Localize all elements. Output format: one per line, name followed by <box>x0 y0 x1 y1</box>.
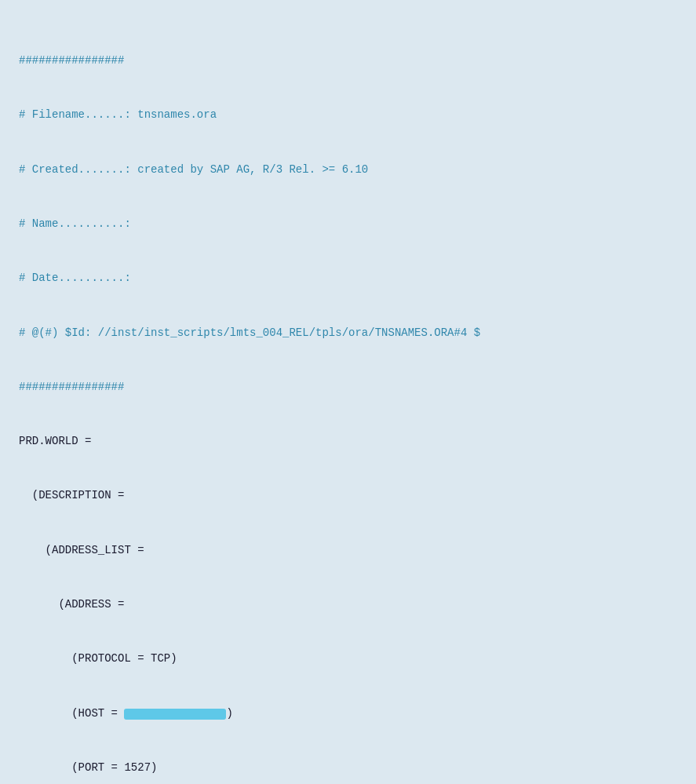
tnsnames-content: ################ # Filename......: tnsna… <box>19 16 677 784</box>
line-id: # @(#) $Id: //inst/inst_scripts/lmts_004… <box>19 324 677 342</box>
host1-redacted <box>124 709 226 720</box>
line-filename: # Filename......: tnsnames.ora <box>19 106 677 124</box>
host1-line: (HOST = ) <box>19 705 677 723</box>
line-created: # Created.......: created by SAP AG, R/3… <box>19 161 677 179</box>
header-hashes: ################ <box>19 52 677 70</box>
footer-hashes: ################ <box>19 378 677 396</box>
description: (DESCRIPTION = <box>19 487 677 505</box>
protocol1: (PROTOCOL = TCP) <box>19 650 677 668</box>
line-date: # Date..........: <box>19 269 677 287</box>
address1: (ADDRESS = <box>19 596 677 614</box>
port1: (PORT = 1527) <box>19 759 677 777</box>
prd-world: PRD.WORLD = <box>19 432 677 450</box>
address-list: (ADDRESS_LIST = <box>19 542 677 560</box>
line-name: # Name..........: <box>19 215 677 233</box>
